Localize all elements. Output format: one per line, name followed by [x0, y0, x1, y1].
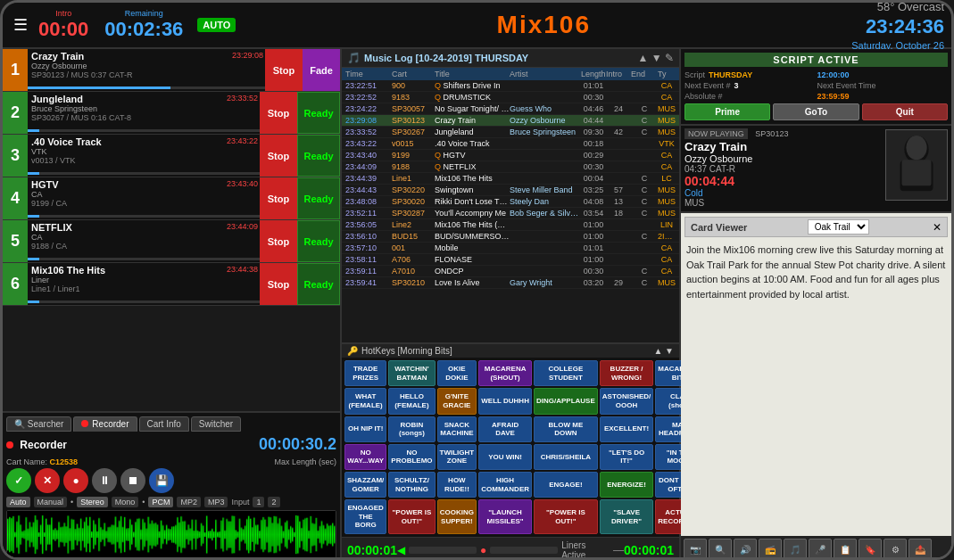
hotkey-btn-38[interactable]: COOKING SUPPER!: [437, 499, 477, 534]
record-save-button[interactable]: 💾: [149, 468, 174, 493]
cv-btn-4[interactable]: 📻: [759, 539, 782, 560]
hotkey-btn-4[interactable]: MACARENA (SHOUT): [478, 360, 532, 386]
cv-btn-7[interactable]: 📋: [834, 539, 857, 560]
deck-stop-btn-3[interactable]: Stop: [260, 135, 297, 177]
hotkey-btn-24[interactable]: TWILIGHT ZONE: [437, 444, 477, 470]
mp2-option[interactable]: MP2: [177, 497, 201, 507]
hotkey-btn-1[interactable]: TRADE PRIZES: [344, 360, 386, 386]
deck-ready-btn-4[interactable]: Ready: [297, 177, 340, 219]
hotkey-btn-30[interactable]: SCHULTZ/ NOTHING: [388, 472, 435, 498]
log-row[interactable]: 23:22:51 900 Q Shifters Drive In 01:01 C…: [342, 80, 679, 92]
cv-btn-8[interactable]: 🔖: [859, 539, 882, 560]
log-row[interactable]: 23:43:22 v0015 .40 Voice Track 00:18 VTK: [342, 138, 679, 150]
hotkey-btn-41[interactable]: "SLAVE DRIVER": [600, 499, 654, 534]
hotkey-btn-2[interactable]: WATCHIN' BATMAN: [388, 360, 435, 386]
deck-stop-btn-6[interactable]: Stop: [260, 263, 297, 305]
input2-option[interactable]: 2: [268, 497, 279, 507]
hotkey-btn-26[interactable]: CHRIS/SHEILA: [534, 444, 598, 470]
deck-fade-btn-1[interactable]: Fade: [303, 49, 340, 91]
log-row[interactable]: 23:59:11 A7010 ONDCP 00:30 C CA: [342, 266, 679, 277]
prime-button[interactable]: Prime: [684, 103, 770, 120]
cv-btn-9[interactable]: ⚙: [883, 539, 907, 560]
log-row[interactable]: 23:56:10 BUD15 BUD/SUMMERSOUNDS 01:00 C …: [342, 231, 679, 243]
hotkey-btn-31[interactable]: HOW RUDE!!: [437, 472, 477, 498]
deck-ready-btn-5[interactable]: Ready: [297, 220, 340, 262]
input1-option[interactable]: 1: [253, 497, 264, 507]
hotkey-btn-13[interactable]: ASTONISHED/ OOOH: [600, 388, 654, 414]
cv-btn-6[interactable]: 🎤: [809, 539, 832, 560]
deck-ready-btn-3[interactable]: Ready: [297, 135, 340, 177]
hotkey-btn-25[interactable]: YOU WIN!: [478, 444, 532, 470]
hotkey-btn-32[interactable]: HIGH COMMANDER: [478, 472, 532, 498]
record-pause-button[interactable]: ⏸: [92, 468, 117, 493]
hotkey-btn-36[interactable]: ENGAGED THE BORG: [344, 499, 386, 534]
log-row[interactable]: 23:57:10 001 Mobile 01:01 CA: [342, 243, 679, 254]
deck-ready-btn-2[interactable]: Ready: [297, 92, 340, 134]
hotkey-btn-18[interactable]: AFRAID DAVE: [478, 416, 532, 442]
log-row[interactable]: 23:56:05 Line2 Mix106 The Hits (Bed) 01:…: [342, 219, 679, 231]
pcm-option[interactable]: PCM: [148, 497, 173, 507]
deck-stop-btn-2[interactable]: Stop: [260, 92, 297, 134]
hotkey-btn-5[interactable]: COLLEGE STUDENT: [534, 360, 598, 386]
deck-stop-btn-4[interactable]: Stop: [260, 177, 297, 219]
card-viewer-close[interactable]: ✕: [933, 221, 942, 234]
deck-stop-btn-1[interactable]: Stop: [265, 49, 303, 91]
log-row[interactable]: 23:24:22 SP30057 No Sugar Tonight/ No Mo…: [342, 103, 679, 115]
log-row[interactable]: 23:44:09 9188 Q NETFLIX 00:30 CA: [342, 161, 679, 173]
stereo-option[interactable]: Stereo: [77, 497, 108, 507]
cv-btn-5[interactable]: 🎵: [784, 539, 807, 560]
record-cancel-button[interactable]: ✕: [35, 468, 60, 493]
log-row[interactable]: 23:59:41 SP30210 Love Is Alive Gary Wrig…: [342, 277, 679, 289]
log-row[interactable]: 23:44:39 Line1 Mix106 The Hits 00:04 C L…: [342, 173, 679, 185]
hotkey-btn-40[interactable]: "POWER IS OUT!": [534, 499, 598, 534]
recorder-tab[interactable]: Recorder: [73, 416, 137, 432]
menu-icon[interactable]: ☰: [10, 12, 31, 38]
card-viewer-select[interactable]: Oak Trail: [808, 219, 869, 235]
quit-button[interactable]: Quit: [862, 103, 948, 120]
hotkey-btn-27[interactable]: "LET'S DO IT!": [600, 444, 654, 470]
auto-option[interactable]: Auto: [6, 497, 30, 507]
hotkey-btn-22[interactable]: NO WAY...WAY: [344, 444, 386, 470]
log-row[interactable]: 23:48:08 SP30020 Rikki Don't Lose That N…: [342, 196, 679, 208]
cv-btn-10[interactable]: 📤: [908, 539, 932, 560]
record-start-button[interactable]: ●: [63, 468, 88, 493]
deck-ready-btn-6[interactable]: Ready: [297, 263, 340, 305]
hotkey-btn-34[interactable]: ENERGIZE!: [600, 472, 654, 498]
manual-option[interactable]: Manual: [34, 497, 68, 507]
mp3-option[interactable]: MP3: [204, 497, 228, 507]
hotkey-btn-16[interactable]: ROBIN (songs): [388, 416, 435, 442]
hotkey-btn-6[interactable]: BUZZER / WRONG!: [600, 360, 654, 386]
hotkey-btn-12[interactable]: DING/APPLAUSE: [534, 388, 598, 414]
goto-button[interactable]: GoTo: [773, 103, 859, 120]
deck-stop-btn-5[interactable]: Stop: [260, 220, 297, 262]
record-stop-button[interactable]: ⏹: [120, 468, 145, 493]
hotkey-btn-39[interactable]: "LAUNCH MISSILES": [478, 499, 532, 534]
log-row[interactable]: 23:22:52 9183 Q DRUMSTICK 00:30 CA: [342, 92, 679, 103]
cv-btn-3[interactable]: 🔊: [734, 539, 757, 560]
log-row[interactable]: 23:58:11 A706 FLONASE 01:00 CA: [342, 254, 679, 266]
hotkey-btn-33[interactable]: ENGAGE!: [534, 472, 598, 498]
hotkey-btn-20[interactable]: EXCELLENT!: [600, 416, 654, 442]
hotkey-btn-9[interactable]: HELLO (FEMALE): [388, 388, 435, 414]
hotkey-btn-10[interactable]: G'NITE GRACIE: [437, 388, 477, 414]
hotkey-btn-29[interactable]: SHAZZAM/ GOMER: [344, 472, 386, 498]
cv-btn-1[interactable]: 📷: [684, 539, 707, 560]
hotkey-btn-3[interactable]: OKIE DOKIE: [437, 360, 477, 386]
auto-badge[interactable]: AUTO: [197, 18, 236, 32]
hotkey-btn-37[interactable]: "POWER IS OUT!": [388, 499, 435, 534]
mono-option[interactable]: Mono: [112, 497, 139, 507]
cart-info-tab[interactable]: Cart Info: [139, 416, 189, 432]
log-row[interactable]: 23:44:43 SP30220 Swingtown Steve Miller …: [342, 185, 679, 196]
switcher-tab[interactable]: Switcher: [191, 416, 241, 432]
searcher-tab[interactable]: 🔍 Searcher: [6, 416, 71, 432]
log-row[interactable]: 23:43:40 9199 Q HGTV 00:29 CA: [342, 150, 679, 161]
hotkey-btn-11[interactable]: WELL DUHHH: [478, 388, 532, 414]
record-confirm-button[interactable]: ✓: [6, 468, 31, 493]
log-row[interactable]: 23:52:11 SP30287 You'll Accompny Me Bob …: [342, 208, 679, 219]
cv-btn-2[interactable]: 🔍: [709, 539, 732, 560]
log-row[interactable]: 23:29:08 SP30123 Crazy Train Ozzy Osbour…: [342, 115, 679, 127]
hotkey-btn-19[interactable]: BLOW ME DOWN: [534, 416, 598, 442]
hotkey-btn-15[interactable]: OH NIP IT!: [344, 416, 386, 442]
log-row[interactable]: 23:33:52 SP30267 Jungleland Bruce Spring…: [342, 127, 679, 138]
hotkey-btn-17[interactable]: SNACK MACHINE: [437, 416, 477, 442]
